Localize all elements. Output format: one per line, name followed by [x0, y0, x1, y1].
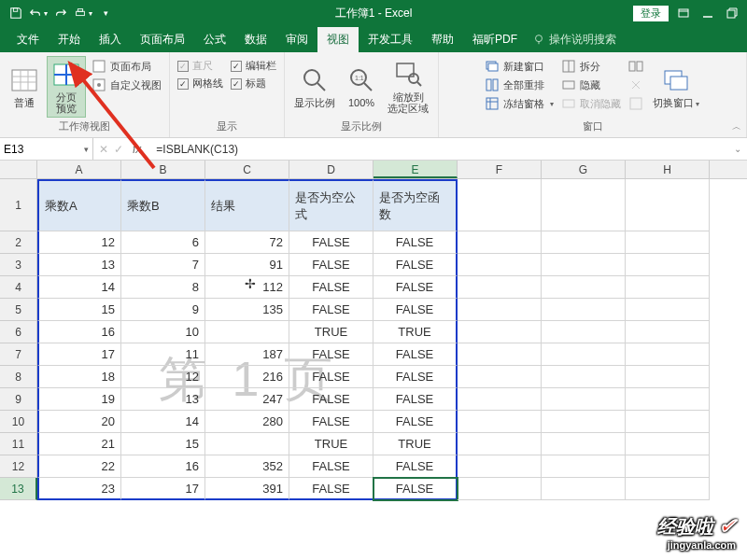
- menu-insert[interactable]: 插入: [90, 27, 131, 52]
- cell[interactable]: 13: [121, 388, 205, 411]
- row-header[interactable]: 8: [0, 366, 37, 388]
- new-window-button[interactable]: 新建窗口: [483, 58, 556, 75]
- cell[interactable]: [542, 299, 626, 321]
- cell[interactable]: 280: [205, 411, 289, 433]
- row-header[interactable]: 3: [0, 254, 37, 276]
- freeze-panes-button[interactable]: 冻结窗格▾: [483, 95, 556, 112]
- unhide-button[interactable]: 取消隐藏: [559, 95, 623, 112]
- custom-views-button[interactable]: 自定义视图: [90, 77, 163, 93]
- view-side-icon[interactable]: [627, 58, 645, 75]
- cell[interactable]: 9: [121, 299, 205, 321]
- formulabar-checkbox[interactable]: ✓编辑栏: [229, 58, 278, 74]
- redo-icon[interactable]: [50, 3, 71, 23]
- cell[interactable]: [458, 299, 542, 321]
- cell[interactable]: 72: [205, 231, 289, 254]
- cell[interactable]: [542, 321, 626, 343]
- cell[interactable]: [458, 411, 542, 433]
- cell[interactable]: [542, 388, 626, 411]
- col-header-f[interactable]: F: [458, 161, 542, 178]
- cell[interactable]: [626, 478, 710, 500]
- col-header-g[interactable]: G: [542, 161, 626, 178]
- menu-home[interactable]: 开始: [49, 27, 90, 52]
- cell[interactable]: [626, 299, 710, 321]
- cell[interactable]: [458, 455, 542, 478]
- cell[interactable]: [626, 388, 710, 411]
- cell[interactable]: 16: [37, 321, 121, 343]
- row-header[interactable]: 9: [0, 388, 37, 411]
- cell[interactable]: [458, 231, 542, 254]
- cell[interactable]: 14: [37, 276, 121, 299]
- cell[interactable]: 18: [37, 366, 121, 388]
- normal-view-button[interactable]: 普通: [6, 56, 43, 118]
- cell[interactable]: 11: [121, 343, 205, 366]
- cell[interactable]: 19: [37, 388, 121, 411]
- row-header[interactable]: 12: [0, 455, 37, 478]
- collapse-ribbon-icon[interactable]: ︿: [732, 120, 741, 133]
- cell[interactable]: [542, 433, 626, 455]
- header-c[interactable]: 结果: [205, 179, 289, 231]
- zoom-100-button[interactable]: 1:1 100%: [343, 56, 380, 118]
- minimize-icon[interactable]: [698, 4, 717, 22]
- hide-button[interactable]: 隐藏: [559, 77, 623, 93]
- cell[interactable]: TRUE: [374, 321, 458, 343]
- col-header-a[interactable]: A: [37, 161, 121, 178]
- cell[interactable]: 91: [205, 254, 289, 276]
- zoom-button[interactable]: 显示比例: [290, 56, 339, 118]
- headings-checkbox[interactable]: ✓标题: [229, 76, 278, 91]
- cell[interactable]: [458, 388, 542, 411]
- cell[interactable]: FALSE: [289, 411, 374, 433]
- cell[interactable]: 187: [205, 343, 289, 366]
- menu-foxit[interactable]: 福昕PDF: [463, 27, 527, 52]
- login-button[interactable]: 登录: [633, 6, 669, 21]
- cell[interactable]: [458, 478, 542, 500]
- row-header[interactable]: 2: [0, 231, 37, 254]
- cell[interactable]: [458, 254, 542, 276]
- header-b[interactable]: 乘数B: [121, 179, 205, 231]
- spreadsheet-grid[interactable]: 第 1 页 ✢ A B C D E F G H 1 乘数A 乘数B 结果 是否为…: [0, 161, 747, 560]
- cell[interactable]: TRUE: [374, 433, 458, 455]
- header-e[interactable]: 是否为空函数: [374, 179, 458, 231]
- cell[interactable]: [626, 455, 710, 478]
- cell[interactable]: 247: [205, 388, 289, 411]
- cell[interactable]: [626, 411, 710, 433]
- menu-file[interactable]: 文件: [7, 27, 49, 52]
- cell[interactable]: FALSE: [374, 254, 458, 276]
- select-all-corner[interactable]: [0, 161, 37, 178]
- restore-icon[interactable]: [723, 4, 741, 22]
- cell[interactable]: 135: [205, 299, 289, 321]
- cell[interactable]: 12: [121, 366, 205, 388]
- cell[interactable]: 17: [37, 343, 121, 366]
- qat-customize-icon[interactable]: ▾: [95, 3, 116, 23]
- row-header[interactable]: 11: [0, 433, 37, 455]
- row-header[interactable]: 7: [0, 343, 37, 366]
- cell[interactable]: [542, 254, 626, 276]
- cell[interactable]: FALSE: [289, 455, 374, 478]
- cell[interactable]: FALSE: [289, 299, 374, 321]
- cell[interactable]: FALSE: [374, 455, 458, 478]
- cell[interactable]: FALSE: [374, 231, 458, 254]
- cell[interactable]: FALSE: [289, 478, 374, 500]
- cell[interactable]: 112: [205, 276, 289, 299]
- reset-window-icon[interactable]: [627, 95, 645, 112]
- cell[interactable]: [458, 321, 542, 343]
- cell[interactable]: FALSE: [289, 343, 374, 366]
- cell[interactable]: 216: [205, 366, 289, 388]
- cell[interactable]: 20: [37, 411, 121, 433]
- cell[interactable]: 14: [121, 411, 205, 433]
- quickprint-icon[interactable]: ▾: [73, 3, 93, 23]
- sync-scroll-icon[interactable]: [627, 77, 645, 93]
- cell[interactable]: 22: [37, 455, 121, 478]
- cell[interactable]: FALSE: [374, 276, 458, 299]
- cell[interactable]: [542, 231, 626, 254]
- cell[interactable]: 8: [121, 276, 205, 299]
- enter-formula-icon[interactable]: ✓: [114, 143, 123, 156]
- cell[interactable]: [542, 455, 626, 478]
- cancel-formula-icon[interactable]: ✕: [99, 143, 108, 156]
- cell[interactable]: [458, 433, 542, 455]
- cell[interactable]: 12: [37, 231, 121, 254]
- col-header-d[interactable]: D: [289, 161, 374, 178]
- col-header-c[interactable]: C: [205, 161, 289, 178]
- cell[interactable]: 391: [205, 478, 289, 500]
- cell[interactable]: 23: [37, 478, 121, 500]
- col-header-h[interactable]: H: [626, 161, 710, 178]
